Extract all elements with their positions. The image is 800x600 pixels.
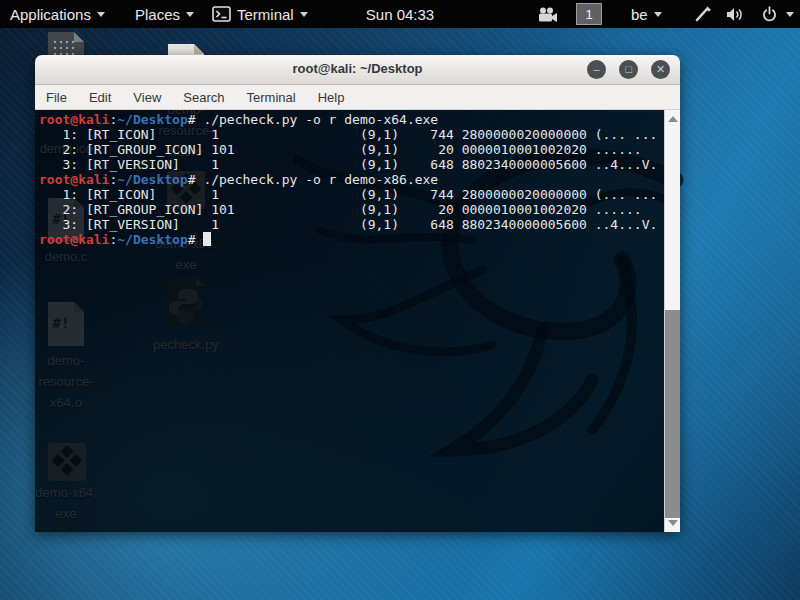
panel-chevron-icon[interactable] xyxy=(786,0,794,28)
terminal-output-line: 2: [RT_GROUP_ICON] 101 (9,1) 20 00000100… xyxy=(39,142,662,157)
chevron-down-icon xyxy=(654,12,662,17)
terminal-output-line: 2: [RT_GROUP_ICON] 101 (9,1) 20 00000100… xyxy=(39,202,662,217)
volume-icon[interactable] xyxy=(726,0,745,28)
scroll-down-arrow-icon[interactable] xyxy=(665,516,680,530)
terminal-prompt-line: root@kali:~/Desktop# ./pecheck.py -o r d… xyxy=(39,172,662,187)
clock-label: Sun 04:33 xyxy=(366,6,434,23)
terminal-content[interactable]: root@kali:~/Desktop# ./pecheck.py -o r d… xyxy=(35,110,680,532)
prompt-user: root@kali xyxy=(39,232,109,247)
terminal-window: root@kali: ~/Desktop – □ ✕ File Edit Vie… xyxy=(35,55,680,532)
power-icon[interactable] xyxy=(761,0,778,28)
terminal-output-line: 1: [RT_ICON] 1 (9,1) 744 280000002000000… xyxy=(39,127,662,142)
workspace-number: 1 xyxy=(576,3,602,25)
prompt-command: ./pecheck.py -o r demo-x86.exe xyxy=(203,172,438,187)
terminal-output-line: 3: [RT_VERSION] 1 (9,1) 648 880234000000… xyxy=(39,157,662,172)
keyboard-layout-indicator[interactable]: be xyxy=(631,0,662,28)
paintbrush-icon[interactable] xyxy=(695,0,712,28)
menu-item-file[interactable]: File xyxy=(35,90,78,105)
minimize-button[interactable]: – xyxy=(587,60,606,79)
window-titlebar[interactable]: root@kali: ~/Desktop – □ ✕ xyxy=(35,55,680,85)
scrollbar[interactable] xyxy=(664,110,680,532)
workspace-indicator[interactable]: 1 xyxy=(576,0,602,28)
terminal-menubar: File Edit View Search Terminal Help xyxy=(35,85,680,110)
clock[interactable]: Sun 04:33 xyxy=(0,0,800,28)
menu-item-search[interactable]: Search xyxy=(172,90,235,105)
scroll-up-arrow-icon[interactable] xyxy=(665,112,680,126)
camera-icon[interactable] xyxy=(538,0,558,28)
top-panel: Applications Places Terminal Sun 04:33 xyxy=(0,0,800,28)
window-title: root@kali: ~/Desktop xyxy=(35,61,680,76)
prompt-symbol: # xyxy=(188,232,204,247)
prompt-user: root@kali xyxy=(39,172,109,187)
prompt-path: ~/Desktop xyxy=(117,232,187,247)
prompt-symbol: # xyxy=(188,172,204,187)
menu-item-help[interactable]: Help xyxy=(307,90,356,105)
prompt-path: ~/Desktop xyxy=(117,172,187,187)
menu-item-terminal[interactable]: Terminal xyxy=(236,90,307,105)
maximize-button[interactable]: □ xyxy=(619,60,638,79)
prompt-command: ./pecheck.py -o r demo-x64.exe xyxy=(203,112,438,127)
prompt-symbol: # xyxy=(188,112,204,127)
scrollbar-thumb[interactable] xyxy=(665,310,680,518)
desktop: demo.ico#!demo-resource-x86.o#!demo.cdem… xyxy=(0,0,800,600)
terminal-prompt-line: root@kali:~/Desktop# ./pecheck.py -o r d… xyxy=(39,112,662,127)
terminal-output: root@kali:~/Desktop# ./pecheck.py -o r d… xyxy=(39,112,662,247)
terminal-cursor xyxy=(203,232,211,246)
terminal-prompt-line: root@kali:~/Desktop# xyxy=(39,232,662,247)
terminal-output-line: 3: [RT_VERSION] 1 (9,1) 648 880234000000… xyxy=(39,217,662,232)
prompt-user: root@kali xyxy=(39,112,109,127)
prompt-path: ~/Desktop xyxy=(117,112,187,127)
close-button[interactable]: ✕ xyxy=(651,60,670,79)
menu-item-view[interactable]: View xyxy=(122,90,172,105)
keyboard-layout-label: be xyxy=(631,6,648,23)
menu-item-edit[interactable]: Edit xyxy=(78,90,122,105)
terminal-output-line: 1: [RT_ICON] 1 (9,1) 744 280000002000000… xyxy=(39,187,662,202)
